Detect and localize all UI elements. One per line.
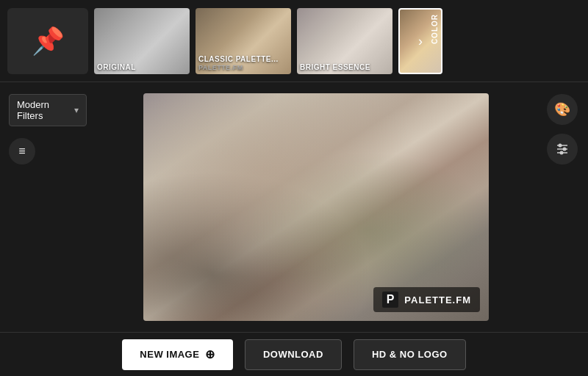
hd-label: HD & NO LOGO bbox=[372, 349, 448, 360]
canvas-area: P PALETTE.FM bbox=[96, 82, 537, 332]
filter-dropdown-label: Modern Filters bbox=[17, 99, 70, 121]
watermark-logo: P bbox=[382, 292, 399, 308]
filter-thumb-color[interactable]: › COLOR bbox=[398, 8, 442, 74]
chevron-down-icon: ▾ bbox=[74, 105, 79, 115]
palette-tool-button[interactable]: 🎨 bbox=[547, 94, 578, 125]
filter-thumb-classic[interactable]: CLASSIC PALETTE... PALETTE.FM bbox=[196, 8, 291, 74]
main-area: Modern Filters ▾ ≡ P PALETTE.FM 🎨 bbox=[0, 82, 588, 332]
image-container: P PALETTE.FM bbox=[143, 93, 489, 321]
new-image-button[interactable]: NEW IMAGE ⊕ bbox=[122, 339, 233, 370]
pin-icon: 📌 bbox=[32, 26, 65, 57]
watermark-text: PALETTE.FM bbox=[404, 294, 471, 306]
filter-label-color: COLOR bbox=[431, 14, 439, 44]
left-sidebar: Modern Filters ▾ ≡ bbox=[0, 82, 96, 332]
download-label: DOWNLOAD bbox=[263, 349, 323, 360]
sliders-icon bbox=[555, 142, 570, 156]
svg-point-1 bbox=[559, 144, 562, 148]
top-strip: 📌 ORIGINAL CLASSIC PALETTE... PALETTE.FM… bbox=[0, 0, 588, 82]
menu-button[interactable]: ≡ bbox=[9, 138, 35, 164]
filter-dropdown[interactable]: Modern Filters ▾ bbox=[9, 94, 87, 126]
download-button[interactable]: DOWNLOAD bbox=[245, 339, 342, 370]
svg-point-5 bbox=[560, 151, 564, 155]
filter-label-classic: CLASSIC PALETTE... PALETTE.FM bbox=[198, 55, 291, 71]
svg-point-3 bbox=[563, 148, 567, 151]
hd-no-logo-button[interactable]: HD & NO LOGO bbox=[354, 339, 466, 370]
bottom-bar: NEW IMAGE ⊕ DOWNLOAD HD & NO LOGO bbox=[0, 332, 588, 376]
filter-thumb-original[interactable]: ORIGINAL bbox=[94, 8, 190, 74]
hamburger-icon: ≡ bbox=[18, 145, 25, 158]
new-image-label: NEW IMAGE bbox=[140, 349, 199, 360]
pin-thumbnail[interactable]: 📌 bbox=[7, 8, 88, 74]
sliders-tool-button[interactable] bbox=[547, 134, 578, 164]
filter-thumb-bright[interactable]: BRIGHT ESSENCE bbox=[297, 8, 392, 74]
watermark-overlay: P PALETTE.FM bbox=[373, 287, 480, 312]
right-sidebar: 🎨 bbox=[537, 82, 588, 332]
palette-icon: 🎨 bbox=[554, 101, 570, 118]
filter-label-bright: BRIGHT ESSENCE bbox=[300, 63, 370, 71]
filter-label-original: ORIGINAL bbox=[97, 63, 136, 71]
filter-sub-classic: PALETTE.FM bbox=[198, 64, 243, 71]
plus-icon: ⊕ bbox=[205, 347, 215, 361]
